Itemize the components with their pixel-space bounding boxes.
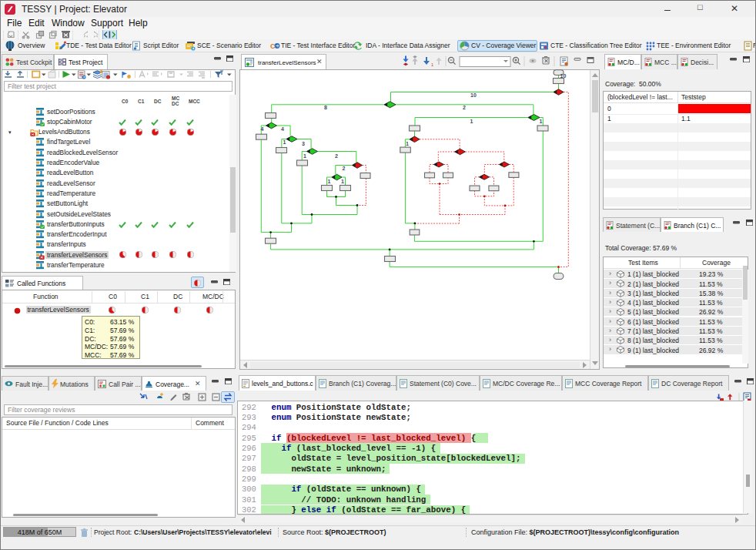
svg-text:1: 1 [341,179,344,184]
svg-text:1: 1 [303,153,306,159]
svg-text:10: 10 [560,73,567,79]
svg-text:2: 2 [343,166,346,171]
svg-text:1: 1 [431,62,433,67]
svg-text:1: 1 [540,119,543,124]
svg-text:10: 10 [470,92,477,98]
svg-text:1: 1 [328,179,331,184]
svg-text:4: 4 [281,126,284,132]
svg-text:4: 4 [261,126,264,132]
svg-text:3: 3 [302,141,305,146]
svg-text:1: 1 [406,141,409,146]
svg-text:1: 1 [470,119,473,124]
svg-text:2: 2 [463,105,466,110]
svg-text:1: 1 [283,139,286,145]
svg-text:8: 8 [324,105,327,110]
svg-text:2: 2 [335,153,338,159]
